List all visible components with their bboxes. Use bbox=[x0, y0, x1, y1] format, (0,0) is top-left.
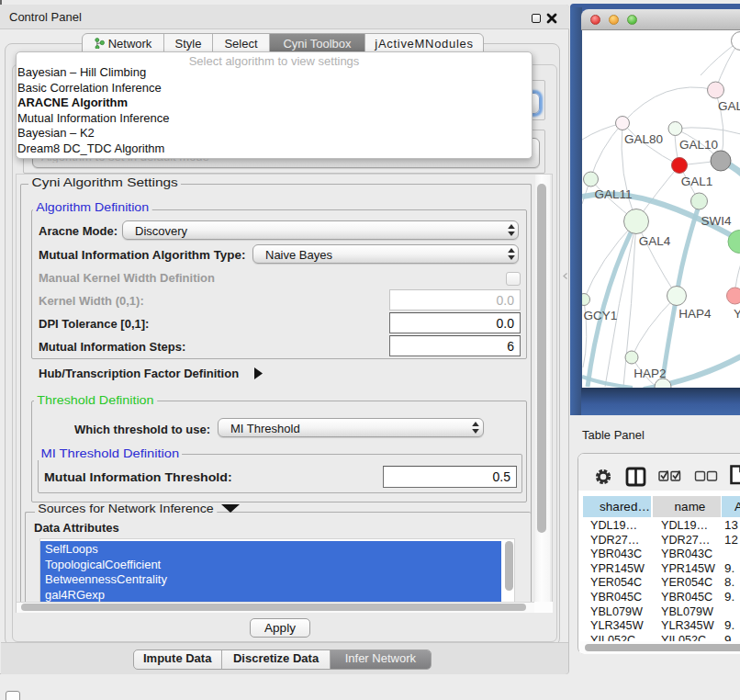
svg-text:SWI4: SWI4 bbox=[701, 214, 731, 228]
svg-text:GCY1: GCY1 bbox=[583, 309, 617, 322]
svg-text:GAL4: GAL4 bbox=[638, 234, 670, 248]
svg-text:GAL1: GAL1 bbox=[680, 175, 712, 188]
svg-text:YKL2: YKL2 bbox=[734, 307, 740, 321]
svg-text:HAP2: HAP2 bbox=[633, 367, 666, 380]
svg-text:GAL10: GAL10 bbox=[678, 138, 717, 152]
svg-text:HAP4: HAP4 bbox=[678, 307, 712, 321]
svg-text:GAL2: GAL2 bbox=[718, 99, 740, 113]
svg-text:GAL11: GAL11 bbox=[594, 187, 632, 201]
svg-text:GAL80: GAL80 bbox=[623, 132, 662, 146]
